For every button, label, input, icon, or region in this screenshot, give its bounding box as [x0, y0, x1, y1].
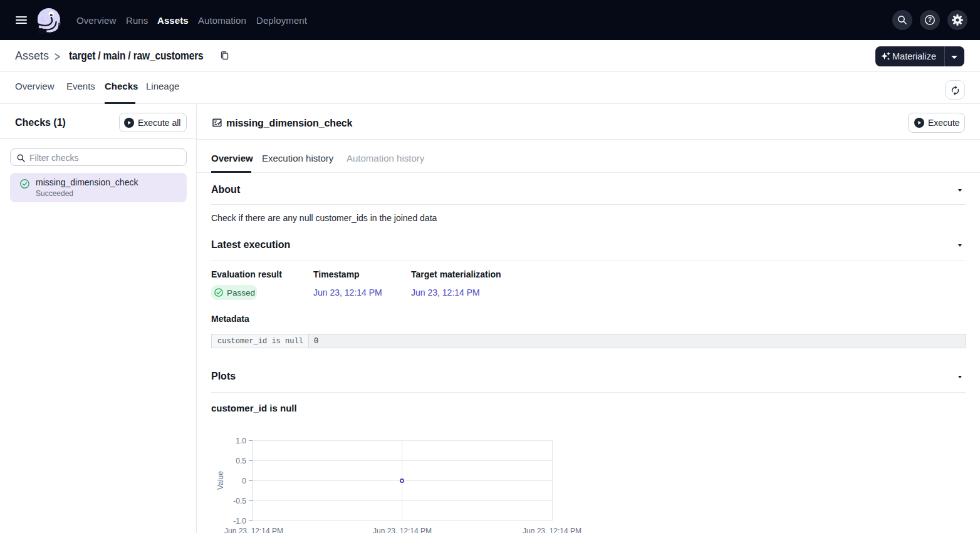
- svg-text:0: 0: [242, 477, 246, 485]
- svg-text:Jun 23, 12:14 PM: Jun 23, 12:14 PM: [224, 527, 283, 533]
- svg-text:-0.5: -0.5: [233, 497, 246, 505]
- svg-text:Value: Value: [216, 471, 225, 490]
- svg-text:?: ?: [928, 16, 932, 23]
- svg-text:Jun 23, 12:14 PM: Jun 23, 12:14 PM: [523, 527, 581, 533]
- svg-text:Jun 23, 12:14 PM: Jun 23, 12:14 PM: [373, 527, 432, 533]
- svg-text:-1.0: -1.0: [233, 517, 246, 525]
- svg-text:1.0: 1.0: [236, 437, 246, 445]
- svg-text:0.5: 0.5: [236, 457, 246, 465]
